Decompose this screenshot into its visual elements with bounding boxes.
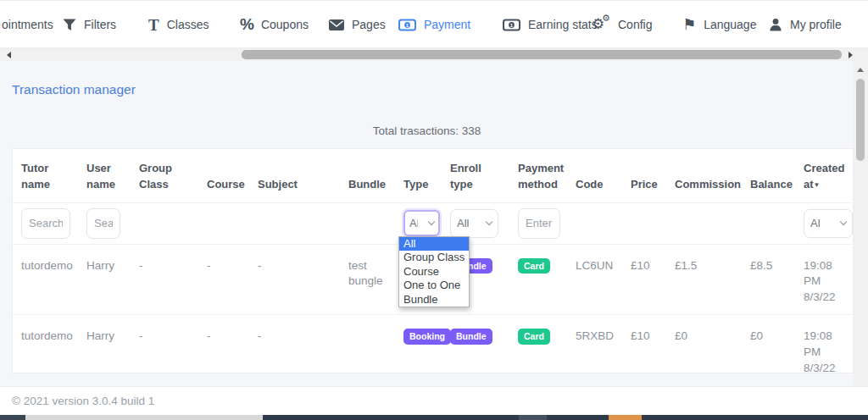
col-price: Price	[622, 149, 666, 202]
page-title: Transaction manager	[12, 82, 136, 97]
horizontal-scrollbar[interactable]	[0, 48, 868, 61]
taskbar-sliver	[0, 415, 868, 420]
code-filter-input[interactable]	[518, 208, 560, 239]
cell-course: -	[198, 315, 249, 385]
total-transactions: Total trasactions: 338	[0, 124, 854, 137]
type-badge: Booking	[403, 329, 451, 345]
top-navigation: ointments Filters T Classes % Coupons Pa…	[0, 0, 868, 48]
person-icon	[769, 18, 782, 31]
payment-badge: Card	[518, 329, 550, 345]
percent-icon: %	[240, 15, 253, 34]
type-dropdown-list: All Group Class Course One to One Bundle	[398, 236, 470, 307]
transactions-table-card: Tutor name User name Group Class Course …	[12, 148, 854, 373]
nav-label: My profile	[790, 18, 842, 31]
envelope-icon	[329, 19, 344, 30]
payment-badge: Card	[518, 258, 550, 274]
taskbar-segment	[609, 415, 642, 420]
cell-subject: -	[249, 315, 340, 385]
vertical-scrollbar[interactable]	[854, 61, 868, 386]
col-bundle: Bundle	[340, 149, 395, 202]
dropdown-option-course[interactable]: Course	[399, 265, 469, 279]
cell-group-class: -	[131, 315, 198, 385]
nav-label: Classes	[167, 18, 209, 31]
col-created-at[interactable]: Created at▼	[795, 149, 853, 202]
nav-item-my-profile[interactable]: My profile	[769, 1, 842, 48]
sort-desc-icon: ▼	[814, 181, 821, 189]
banknote-icon: 1	[398, 19, 416, 31]
nav-item-payment[interactable]: 1 Payment	[398, 1, 470, 48]
nav-label: Earning stats	[528, 18, 598, 31]
col-balance: Balance	[742, 149, 795, 202]
nav-label: ointments	[2, 18, 53, 31]
cell-balance: £0	[742, 315, 795, 385]
type-filter-select[interactable]: All	[403, 210, 440, 236]
col-tutor-name: Tutor name	[13, 149, 78, 202]
cell-price: £10	[622, 315, 666, 385]
nav-label: Config	[618, 18, 652, 31]
cell-payment: Card	[509, 315, 567, 385]
banknote-icon: 1	[503, 19, 520, 31]
enroll-type-filter-select[interactable]: All	[450, 209, 498, 238]
cell-course: -	[198, 244, 249, 315]
cell-commission: £0	[666, 315, 742, 385]
cell-created: 19:08 PM 8/3/22	[795, 315, 853, 385]
created-at-filter-select[interactable]: All	[804, 209, 853, 238]
funnel-icon	[63, 19, 76, 31]
vertical-scrollbar-thumb[interactable]	[856, 79, 865, 161]
flag-icon: ⚑	[682, 17, 696, 32]
horizontal-scrollbar-thumb[interactable]	[242, 50, 842, 59]
user-search-input[interactable]	[86, 208, 120, 239]
nav-item-classes[interactable]: T Classes	[148, 1, 209, 48]
nav-item-language[interactable]: ⚑ Language	[682, 1, 756, 48]
col-user-name: User name	[78, 149, 131, 202]
nav-item-coupons[interactable]: % Coupons	[240, 1, 309, 48]
main-content: Transaction manager Total trasactions: 3…	[0, 61, 868, 386]
chevron-down-icon	[840, 218, 847, 225]
nav-item-filters[interactable]: Filters	[63, 1, 116, 48]
col-enroll-type: Enroll type	[442, 149, 509, 202]
col-subject: Subject	[249, 149, 340, 202]
scroll-left-icon[interactable]	[7, 52, 11, 58]
chevron-down-icon	[428, 218, 435, 225]
col-payment-method: Payment method	[509, 149, 567, 202]
cell-code: LC6UN	[567, 244, 622, 315]
cell-tutor: tutordemo	[13, 315, 78, 385]
taskbar-segment	[519, 415, 547, 420]
nav-label: Coupons	[261, 18, 309, 31]
scroll-right-icon[interactable]	[849, 52, 853, 58]
enroll-badge: Bundle	[450, 329, 492, 345]
nav-item-earning-stats[interactable]: 1 Earning stats	[503, 1, 598, 48]
cell-type: Booking	[395, 315, 442, 385]
cell-enroll: Bundle	[442, 315, 509, 385]
dropdown-option-one-to-one[interactable]: One to One	[399, 279, 469, 292]
tutor-search-input[interactable]	[21, 208, 70, 239]
cell-user: Harry	[78, 315, 131, 385]
cell-payment: Card	[509, 244, 567, 315]
chevron-down-icon	[486, 218, 492, 225]
table-header-row: Tutor name User name Group Class Course …	[13, 149, 853, 202]
dropdown-option-bundle[interactable]: Bundle	[399, 293, 469, 307]
scroll-up-icon[interactable]	[857, 68, 864, 72]
cell-subject: -	[249, 244, 340, 315]
text-classes-icon: T	[148, 17, 159, 33]
nav-label: Payment	[424, 18, 470, 31]
nav-label: Filters	[84, 18, 116, 31]
cell-tutor: tutordemo	[13, 244, 78, 315]
nav-label: Pages	[352, 18, 386, 31]
nav-item-appointments[interactable]: ointments	[2, 1, 53, 48]
cell-balance: £8.5	[742, 244, 795, 315]
footer: © 2021 version 3.0.4 build 1	[0, 386, 868, 415]
nav-label: Language	[704, 18, 756, 31]
nav-item-config[interactable]: ⚙⚙ Config	[592, 1, 652, 48]
cell-commission: £1.5	[666, 244, 742, 315]
col-group-class: Group Class	[131, 149, 198, 202]
col-commission: Commission	[666, 149, 742, 202]
taskbar-segment	[0, 415, 25, 420]
dropdown-option-all[interactable]: All	[399, 237, 469, 251]
nav-item-pages[interactable]: Pages	[329, 1, 386, 48]
col-type: Type	[395, 149, 442, 202]
col-course: Course	[198, 149, 249, 202]
table-row: tutordemo Harry - - - Booking Bundle Car…	[13, 315, 853, 385]
dropdown-option-group-class[interactable]: Group Class	[399, 251, 469, 264]
cell-price: £10	[622, 244, 666, 315]
